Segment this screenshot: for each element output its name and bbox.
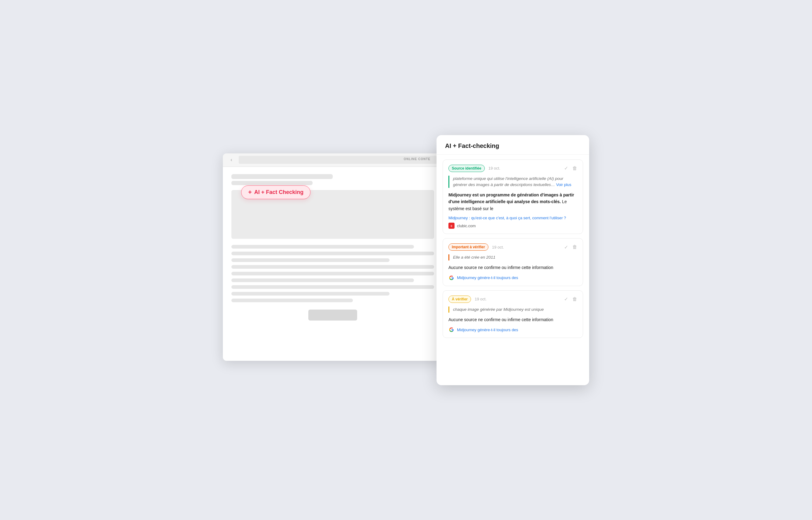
card-3-check-icon[interactable]: ✓ [564,296,568,302]
card-3-body-rest: Aucune source ne confirme ou infirme cet… [448,317,553,322]
badge-plus-icon: + [248,189,252,196]
clubic-icon-letter: c [450,224,452,228]
card-3-quote: chaque image générée par Midjourney est … [448,307,577,313]
card-3-date: 19 oct. [475,297,487,301]
content-line-6 [231,279,414,282]
cta-button-placeholder [308,310,357,320]
card-2-header-left: Important à vérifier 19 oct. [448,243,504,251]
card-2-status-badge: Important à vérifier [448,243,488,251]
browser-topbar: ‹ ONLINE CONTE [223,153,443,167]
back-button[interactable]: ‹ [228,156,235,163]
content-line-7 [231,285,434,289]
clubic-icon: c [448,223,454,229]
card-2-quote-text: Elle a été crée en 2011 [453,255,495,260]
content-line-3 [231,258,390,262]
card-1-check-icon[interactable]: ✓ [564,165,568,171]
fact-card-2: Important à vérifier 19 oct. ✓ 🗑 Elle a … [443,238,583,286]
content-line-1 [231,245,414,249]
card-3-header: À vérifier 19 oct. ✓ 🗑 [448,295,577,303]
card-1-source-link-text: Midjourney : qu'est-ce que c'est, à quoi… [448,216,566,220]
card-1-body-bold: Midjourney est un programme de génératio… [448,192,574,204]
panel-body: Source identifiée 19 oct. ✓ 🗑 plateforme… [437,155,589,383]
card-3-header-left: À vérifier 19 oct. [448,295,487,303]
card-1-header-left: Source identifiée 19 oct. [448,165,500,172]
content-line-2 [231,252,434,255]
badge-label: AI + Fact Checking [254,189,304,196]
content-skeleton-title2 [231,181,313,185]
card-2-source-link[interactable]: Midjourney génère-t-il toujours des [448,275,577,281]
google-svg-3 [449,327,454,332]
panel-title: AI + Fact-checking [445,142,499,149]
card-2-actions: ✓ 🗑 [564,244,577,250]
panel-header: AI + Fact-checking [437,135,589,155]
card-1-quote: plateforme unique qui utilise l'intellig… [448,176,577,188]
card-2-quote: Elle a été crée en 2011 [448,254,577,260]
card-3-source-link[interactable]: Midjourney génère-t-il toujours des [448,327,577,333]
card-2-header: Important à vérifier 19 oct. ✓ 🗑 [448,243,577,251]
google-icon-2 [448,275,454,281]
card-1-status-badge: Source identifiée [448,165,485,172]
card-3-delete-icon[interactable]: 🗑 [572,296,577,302]
card-1-actions: ✓ 🗑 [564,165,577,171]
card-3-status-badge: À vérifier [448,295,471,303]
fact-check-badge[interactable]: + AI + Fact Checking [241,185,311,199]
card-1-domain: clubic.com [457,224,475,228]
card-1-date: 19 oct. [488,166,500,171]
card-2-delete-icon[interactable]: 🗑 [572,244,577,250]
card-1-source-link[interactable]: Midjourney : qu'est-ce que c'est, à quoi… [448,216,577,220]
card-1-delete-icon[interactable]: 🗑 [572,165,577,171]
card-3-body-text: Aucune source ne confirme ou infirme cet… [448,316,577,323]
card-1-voir-plus-link[interactable]: Voir plus [556,182,571,187]
fact-card-3: À vérifier 19 oct. ✓ 🗑 chaque image géné… [443,290,583,338]
card-3-quote-text: chaque image générée par Midjourney est … [453,307,544,312]
card-1-body-text: Midjourney est un programme de génératio… [448,191,577,212]
fact-card-1: Source identifiée 19 oct. ✓ 🗑 plateforme… [443,159,583,234]
scene: ‹ ONLINE CONTE + AI + Fact Chec [223,135,589,385]
card-2-date: 19 oct. [492,245,504,250]
tab-label: ONLINE CONTE [403,157,430,161]
content-lines-group [231,245,434,302]
content-line-4 [231,265,434,269]
card-2-source-link-text: Midjourney génère-t-il toujours des [457,276,518,280]
card-1-domain-row: c clubic.com [448,223,577,229]
browser-window: ‹ ONLINE CONTE [223,153,443,361]
content-line-9 [231,298,353,302]
content-line-5 [231,272,434,276]
content-skeleton-title [231,174,333,179]
fact-check-panel: AI + Fact-checking Source identifiée 19 … [437,135,589,385]
google-icon-3 [448,327,454,333]
card-2-body-text: Aucune source ne confirme ou infirme cet… [448,264,577,271]
card-3-source-link-text: Midjourney génère-t-il toujours des [457,328,518,332]
card-1-quote-text: plateforme unique qui utilise l'intellig… [453,176,563,187]
card-3-actions: ✓ 🗑 [564,296,577,302]
content-line-8 [231,292,390,295]
google-svg-2 [449,276,454,280]
card-1-header: Source identifiée 19 oct. ✓ 🗑 [448,165,577,172]
card-2-check-icon[interactable]: ✓ [564,244,568,250]
card-2-body-rest: Aucune source ne confirme ou infirme cet… [448,265,553,270]
